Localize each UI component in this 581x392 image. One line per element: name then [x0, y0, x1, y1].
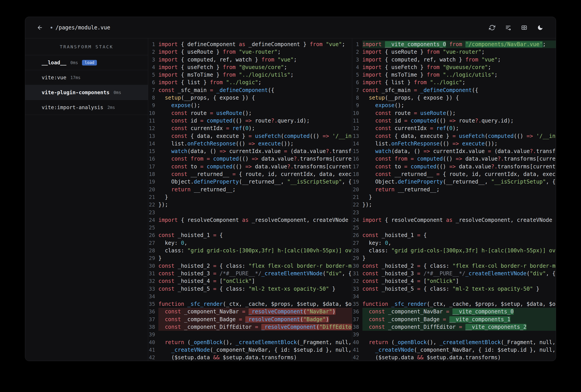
- code-line: 36 const _component_NavBar = _resolveCom…: [148, 308, 352, 316]
- code-line: 41 _createVNode(_component_NavBar, { id:…: [148, 346, 352, 354]
- code-line: 21 }: [352, 193, 556, 201]
- one-column-toggle-button[interactable]: [505, 24, 511, 31]
- transform-name: vite-plugin-components: [42, 90, 110, 95]
- code-line: 8 setup(__props, { expose }) {: [352, 94, 556, 102]
- code-line: 21 }: [148, 193, 352, 201]
- code-line: 34: [148, 293, 352, 300]
- code-line: 4import { useFetch } from "@vueuse/core"…: [148, 64, 352, 71]
- transform-time: 0ms: [114, 90, 121, 95]
- code-line: 22});: [148, 201, 352, 208]
- code-line: 32const _hoisted_4 = ["onClick"]: [148, 277, 352, 285]
- code-line: 30const _hoisted_2 = { class: "flex flex…: [148, 262, 352, 270]
- main-area: TRANSFORM STACK __load__ 0ms load vite:v…: [25, 38, 556, 361]
- code-line: 40 return (_openBlock(), _createElementB…: [148, 338, 352, 346]
- load-badge: load: [82, 60, 97, 66]
- code-line: 29}: [148, 254, 352, 262]
- code-line: 16 const from = computed(() => data.valu…: [148, 155, 352, 162]
- sidebar-header: TRANSFORM STACK: [25, 38, 148, 55]
- code-line: 13 const { data, execute } = useFetch(co…: [148, 132, 352, 140]
- code-line: 37 const _component_Badge = _resolveComp…: [148, 316, 352, 323]
- refresh-button[interactable]: [489, 24, 495, 31]
- code-line: 18 const __returned__ = { route, id, cur…: [352, 170, 556, 178]
- transform-stack-sidebar: TRANSFORM STACK __load__ 0ms load vite:v…: [25, 38, 148, 361]
- code-line: 1import __vite_components_0 from '/compo…: [352, 40, 556, 48]
- diff-toggle-button[interactable]: [521, 24, 527, 31]
- code-line: 14 list.onFetchResponse(() => execute())…: [352, 140, 556, 148]
- code-line: 19 Object.defineProperty(__returned__, "…: [352, 178, 556, 186]
- code-line: 7const _sfc_main = _defineComponent({: [148, 86, 352, 94]
- transform-item-vite-import-analysis[interactable]: vite:import-analysis 2ms: [25, 100, 148, 115]
- transform-item-vite-plugin-components[interactable]: vite-plugin-components 0ms: [25, 85, 148, 100]
- code-line: 27 key: 0,: [148, 239, 352, 247]
- code-line: 12 const currentIdx = ref(0);: [352, 124, 556, 132]
- code-line: 4import { useFetch } from "@vueuse/core"…: [352, 64, 556, 71]
- code-line: 3import { computed, ref, watch } from "v…: [352, 56, 556, 64]
- code-line: 7const _sfc_main = _defineComponent({: [352, 86, 556, 94]
- transform-time: 17ms: [70, 75, 81, 80]
- code-line: 28 class: "grid grid-cols-[300px,3fr] h-…: [352, 247, 556, 254]
- code-line: 40 return (_openBlock(), _createElementB…: [352, 338, 556, 346]
- inspect-window: /pages/module.vue: [25, 17, 556, 361]
- code-line: 12 const currentIdx = ref(0);: [148, 124, 352, 132]
- code-line: 34: [352, 293, 556, 300]
- code-line: 13 const { data, execute } = useFetch(co…: [352, 132, 556, 140]
- code-line: 24import { resolveComponent as _resolveC…: [352, 216, 556, 224]
- module-path: /pages/module.vue: [56, 24, 110, 31]
- code-line: 6import { list } from "../logic";: [352, 78, 556, 86]
- module-title: /pages/module.vue: [50, 24, 110, 31]
- code-line: 5import { msToTime } from "../logic/util…: [352, 71, 556, 78]
- code-line: 37 const _component_Badge = __vite_compo…: [352, 316, 556, 323]
- code-line: 41 _createVNode(_component_NavBar, { id:…: [352, 346, 556, 354]
- code-line: 18 const __returned__ = { route, id, cur…: [148, 170, 352, 178]
- code-line: 39: [352, 331, 556, 338]
- code-line: 33const _hoisted_5 = { class: "ml-2 text…: [352, 285, 556, 293]
- code-line: 32const _hoisted_4 = ["onClick"]: [352, 277, 556, 285]
- code-line: 14 list.onFetchResponse(() => execute())…: [148, 140, 352, 148]
- code-line: 20 return __returned__;: [352, 186, 556, 193]
- code-line: 16 const from = computed(() => data.valu…: [352, 155, 556, 162]
- code-line: 10 const route = useRoute();: [352, 109, 556, 117]
- code-line: 22});: [352, 201, 556, 208]
- one-column-icon: [505, 24, 511, 31]
- transform-time: 0ms: [70, 60, 78, 65]
- code-line: 20 return __returned__;: [148, 186, 352, 193]
- back-arrow-icon: [37, 24, 43, 31]
- transform-name: __load__: [42, 60, 66, 66]
- code-line: 23: [352, 209, 556, 216]
- code-line: 35function _sfc_render(_ctx, _cache, $pr…: [148, 300, 352, 308]
- transform-item-vite-vue[interactable]: vite:vue 17ms: [25, 70, 148, 85]
- code-line: 39: [148, 331, 352, 338]
- code-line: 17 const to = computed(() => data.value?…: [148, 163, 352, 170]
- theme-toggle-button[interactable]: [537, 24, 543, 31]
- code-line: 38 const _component_DiffEditor = __vite_…: [352, 323, 556, 331]
- code-line: 19 Object.defineProperty(__returned__, "…: [148, 178, 352, 186]
- code-line: 10 const route = useRoute();: [148, 109, 352, 117]
- diff-pane-before[interactable]: 1import { defineComponent as _defineComp…: [148, 38, 352, 361]
- side-by-side-icon: [521, 24, 527, 31]
- code-line: 27 key: 0,: [352, 239, 556, 247]
- transform-name: vite:vue: [42, 74, 66, 80]
- transform-item-load[interactable]: __load__ 0ms load: [25, 55, 148, 70]
- refresh-icon: [489, 24, 495, 31]
- code-line: 26const _hoisted_1 = {: [148, 232, 352, 239]
- code-line: 3import { computed, ref, watch } from "v…: [148, 56, 352, 64]
- code-line: 25: [148, 224, 352, 232]
- code-line: 2import { useRoute } from "vue-router";: [148, 48, 352, 56]
- code-line: 30const _hoisted_2 = { class: "flex flex…: [352, 262, 556, 270]
- code-line: 24import { resolveComponent as _resolveC…: [148, 216, 352, 224]
- code-line: 28 class: "grid grid-cols-[300px,3fr] h-…: [148, 247, 352, 254]
- code-line: 29}: [352, 254, 556, 262]
- diff-pane-after[interactable]: 1import __vite_components_0 from '/compo…: [352, 38, 556, 361]
- code-line: 33const _hoisted_5 = { class: "ml-2 text…: [148, 285, 352, 293]
- transform-name: vite:import-analysis: [42, 104, 103, 110]
- code-line: 9 expose();: [352, 102, 556, 109]
- back-button[interactable]: [37, 24, 43, 31]
- code-line: 17 const to = computed(() => data.value?…: [352, 163, 556, 170]
- code-line: 8 setup(__props, { expose }) {: [148, 94, 352, 102]
- code-line: 11 const id = computed(() => route?.quer…: [352, 117, 556, 124]
- topbar: /pages/module.vue: [25, 17, 556, 38]
- code-line: 5import { msToTime } from "../logic/util…: [148, 71, 352, 78]
- code-line: 15 watch(data, () => currentIdx.value = …: [148, 148, 352, 155]
- code-line: 23: [148, 209, 352, 216]
- code-line: 36 const _component_NavBar = __vite_comp…: [352, 308, 556, 316]
